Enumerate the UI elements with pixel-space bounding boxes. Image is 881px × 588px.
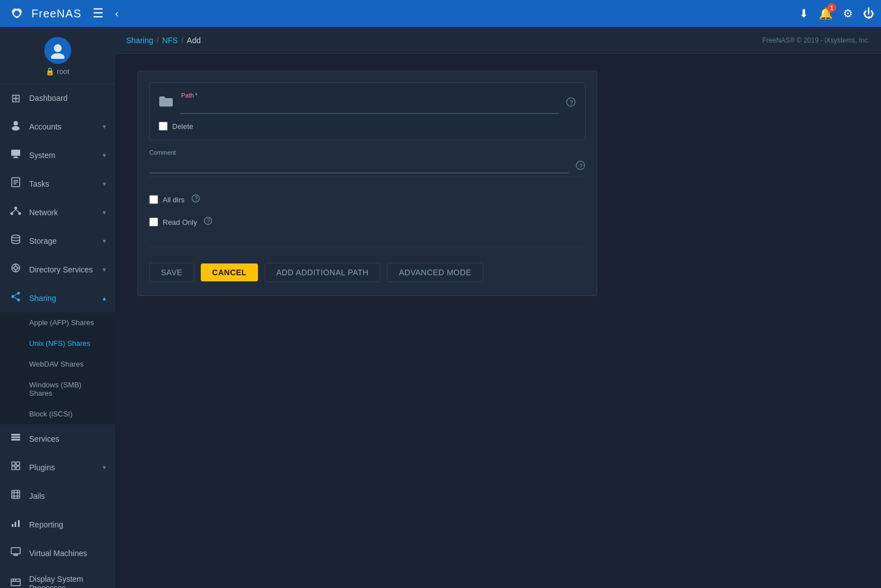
sidebar: 🔒 root ⊞ Dashboard Accounts ▾ System ▾: [0, 27, 115, 588]
svg-rect-7: [14, 156, 17, 158]
topbar-right: ⬇ 🔔 1 ⚙ ⏻: [799, 7, 874, 20]
alldirs-help-icon[interactable]: ?: [191, 194, 200, 205]
sidebar-item-label: Plugins: [29, 463, 96, 472]
copyright-text: FreeNAS® © 2019 - iXsystems, Inc.: [762, 36, 870, 44]
folder-icon-button[interactable]: [159, 95, 173, 111]
readonly-row: Read Only ?: [149, 211, 585, 233]
svg-text:?: ?: [579, 162, 583, 169]
form-card: Path* ? Delete: [137, 71, 597, 296]
content-area: Sharing / NFS / Add FreeNAS® © 2019 - iX…: [115, 27, 881, 588]
path-row: Path* ?: [159, 92, 576, 114]
main-content: Path* ? Delete: [115, 54, 881, 588]
svg-rect-31: [11, 437, 20, 438]
delete-label[interactable]: Delete: [172, 122, 193, 131]
path-help-icon[interactable]: ?: [566, 97, 576, 109]
sidebar-item-storage[interactable]: Storage ▾: [0, 226, 115, 255]
sidebar-item-label: Directory Services: [29, 265, 96, 274]
svg-point-13: [15, 207, 17, 210]
svg-point-14: [11, 212, 13, 215]
sidebar-item-sharing[interactable]: Sharing ▴: [0, 284, 115, 312]
breadcrumb-nfs[interactable]: NFS: [162, 36, 178, 45]
save-button[interactable]: SAVE: [149, 263, 194, 282]
path-section: Path* ? Delete: [149, 82, 585, 140]
comment-help-icon[interactable]: ?: [575, 160, 585, 173]
cancel-button[interactable]: CANCEL: [201, 263, 257, 281]
collapse-sidebar-button[interactable]: ‹: [115, 8, 118, 20]
comment-field: Comment ?: [149, 149, 585, 177]
sidebar-item-label: Virtual Machines: [29, 549, 106, 558]
form-fields: Comment ? All dirs ?: [138, 140, 597, 242]
svg-rect-6: [11, 150, 20, 156]
sidebar-subitem-smb-shares[interactable]: Windows (SMB) Shares: [0, 374, 115, 404]
freenas-logo-icon: [7, 3, 27, 24]
svg-point-4: [13, 121, 18, 126]
lock-icon: 🔒: [45, 67, 54, 76]
svg-rect-37: [12, 490, 20, 498]
sidebar-item-system[interactable]: System ▾: [0, 141, 115, 169]
sidebar-item-jails[interactable]: Jails: [0, 481, 115, 510]
svg-rect-44: [18, 520, 20, 527]
sidebar-item-network[interactable]: Network ▾: [0, 198, 115, 226]
comment-input[interactable]: [149, 159, 569, 173]
svg-rect-46: [14, 554, 17, 555]
sharing-icon: [9, 291, 22, 305]
svg-rect-43: [15, 522, 16, 527]
svg-point-5: [12, 126, 20, 131]
sidebar-item-virtual-machines[interactable]: Virtual Machines: [0, 539, 115, 567]
hamburger-button[interactable]: ☰: [88, 4, 108, 23]
settings-icon[interactable]: ⚙: [843, 7, 853, 20]
svg-point-26: [12, 295, 15, 298]
breadcrumb-add: Add: [187, 36, 201, 45]
sidebar-item-directory-services[interactable]: Directory Services ▾: [0, 255, 115, 284]
svg-point-18: [12, 235, 20, 238]
readonly-label[interactable]: Read Only: [163, 218, 197, 226]
sidebar-item-reporting[interactable]: Reporting: [0, 510, 115, 539]
sidebar-item-label: Services: [29, 434, 106, 443]
add-additional-path-button[interactable]: ADD ADDITIONAL PATH: [265, 263, 381, 282]
svg-point-27: [17, 299, 20, 302]
sidebar-item-accounts[interactable]: Accounts ▾: [0, 112, 115, 141]
notifications-icon[interactable]: 🔔 1: [819, 7, 833, 20]
sidebar-item-dashboard[interactable]: ⊞ Dashboard: [0, 84, 115, 112]
system-icon: [9, 148, 22, 162]
path-input[interactable]: [180, 100, 559, 114]
path-label: Path*: [180, 92, 559, 99]
svg-rect-45: [11, 548, 20, 554]
sidebar-subitem-webdav-shares[interactable]: WebDAV Shares: [0, 354, 115, 374]
sidebar-subitem-afp-shares[interactable]: Apple (AFP) Shares: [0, 312, 115, 333]
dashboard-icon: ⊞: [9, 91, 22, 105]
notification-badge: 1: [827, 3, 836, 12]
topbar: FreeNAS ☰ ‹ ⬇ 🔔 1 ⚙ ⏻: [0, 0, 881, 27]
sidebar-item-services[interactable]: Services: [0, 424, 115, 453]
delete-checkbox[interactable]: [159, 122, 168, 131]
sharing-subitems: Apple (AFP) Shares Unix (NFS) Shares Web…: [0, 312, 115, 424]
svg-point-25: [17, 292, 20, 295]
sidebar-item-display-system-processes[interactable]: Display System Processes: [0, 567, 115, 588]
sidebar-subitem-iscsi-shares[interactable]: Block (iSCSI): [0, 404, 115, 424]
chevron-down-icon: ▾: [103, 266, 106, 274]
readonly-help-icon[interactable]: ?: [204, 216, 213, 228]
power-icon[interactable]: ⏻: [863, 7, 874, 20]
form-divider: [149, 247, 585, 247]
alldirs-checkbox[interactable]: [149, 195, 158, 204]
sidebar-item-label: Storage: [29, 237, 96, 246]
alldirs-label[interactable]: All dirs: [163, 196, 184, 204]
breadcrumb-sep-2: /: [181, 36, 183, 45]
download-icon[interactable]: ⬇: [799, 7, 809, 20]
alldirs-row: All dirs ?: [149, 188, 585, 211]
advanced-mode-button[interactable]: ADVANCED MODE: [387, 263, 483, 282]
chevron-down-icon: ▾: [103, 209, 106, 216]
sidebar-item-plugins[interactable]: Plugins ▾: [0, 453, 115, 481]
sidebar-item-label: Accounts: [29, 122, 96, 131]
sidebar-item-label: Display System Processes: [29, 575, 106, 588]
topbar-logo: FreeNAS: [7, 3, 81, 24]
readonly-checkbox[interactable]: [149, 217, 158, 226]
action-buttons: SAVE CANCEL ADD ADDITIONAL PATH ADVANCED…: [138, 252, 597, 295]
path-field-container: Path*: [180, 92, 559, 114]
tasks-icon: [9, 177, 22, 191]
comment-label: Comment: [149, 149, 176, 156]
breadcrumb-sep-1: /: [156, 36, 159, 45]
sidebar-subitem-nfs-shares[interactable]: Unix (NFS) Shares: [0, 333, 115, 354]
breadcrumb-sharing[interactable]: Sharing: [126, 36, 153, 45]
sidebar-item-tasks[interactable]: Tasks ▾: [0, 169, 115, 198]
